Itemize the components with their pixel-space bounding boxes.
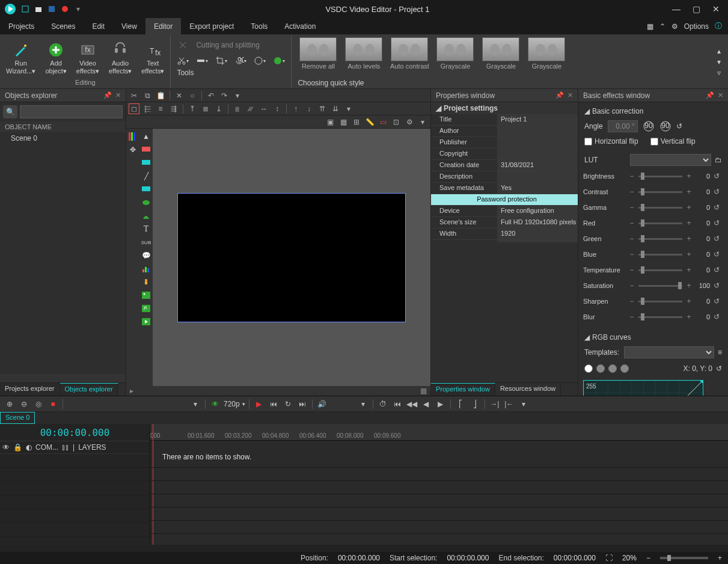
minus-icon[interactable]: − [629,313,635,321]
tab-objects-explorer[interactable]: Objects explorer [60,383,118,396]
snap1-icon[interactable]: ▣ [325,117,335,127]
tab-projects-explorer[interactable]: Projects explorer [0,383,60,396]
undo-icon[interactable]: ↶ [206,90,216,101]
reset-icon[interactable]: ↺ [714,172,723,180]
text-effects-button[interactable]: Tfx Text effects▾ [139,40,167,75]
rgb-reset-icon[interactable]: ↺ [716,364,722,373]
templates-menu-icon[interactable]: ≡ [718,348,722,357]
up-icon[interactable]: ↑ [290,103,301,114]
tl-loop-icon[interactable]: ↻ [282,398,294,410]
plus-icon[interactable]: + [686,297,692,305]
same-h-icon[interactable]: ↕ [272,103,283,114]
paste-icon[interactable]: 📋 [155,90,166,101]
reset-icon[interactable]: ↺ [714,219,723,227]
animation-icon[interactable] [141,277,151,287]
frame-back-icon[interactable]: ◀ [420,398,432,410]
zoom-in-icon[interactable]: + [718,554,722,562]
menu-export[interactable]: Export project [181,18,242,35]
rgb-curve-canvas[interactable]: 255 128 [583,380,703,396]
plus-icon[interactable]: + [686,188,692,196]
back-icon[interactable]: ⇊ [330,103,341,114]
scene-tree-item[interactable]: Scene 0 [0,132,126,144]
dist-h-icon[interactable]: ⫼ [232,103,243,114]
audio-icon[interactable] [141,303,151,314]
project-settings-group[interactable]: ◢Project settings [431,102,578,114]
angle-reset-icon[interactable]: ↺ [676,122,682,130]
mark-in-icon[interactable]: ⎡ [454,398,466,410]
align-left-icon[interactable]: ⬱ [142,103,153,114]
align-center-icon[interactable]: ≡ [155,103,166,114]
rgb-channel-b[interactable] [620,364,629,373]
select-tool-icon[interactable]: ◻ [129,103,139,114]
crop-icon[interactable]: ▾ [215,55,227,67]
circle-icon[interactable]: ○ [187,90,198,101]
preview-res[interactable]: 720p [224,400,240,408]
expand-ribbon-icon[interactable]: ⌃ [659,22,665,31]
slider-blur[interactable]: Blur − + 0 ↺ [583,309,723,325]
menu-edit[interactable]: Edit [84,18,113,35]
rgb-curves-section[interactable]: ◢RGB curves [583,331,723,344]
password-protection-row[interactable]: Password protection [431,194,578,206]
preview-canvas[interactable] [153,129,430,386]
same-w-icon[interactable]: ↔ [258,103,269,114]
slider-red[interactable]: Red − + 0 ↺ [583,215,723,231]
prop-row[interactable]: DeviceFree configuration [431,206,578,217]
align-right-icon[interactable]: ⇶ [168,103,179,114]
menu-activation[interactable]: Activation [276,18,324,35]
scissors-icon[interactable]: ▾ [177,55,189,67]
tl-remove-icon[interactable]: ⊖ [18,398,30,410]
effects-close-icon[interactable]: ✕ [718,91,723,99]
minus-icon[interactable]: − [629,172,635,180]
minus-icon[interactable]: − [629,250,635,259]
minus-icon[interactable]: − [629,234,635,243]
slider-temperature[interactable]: Temperature − + 0 ↺ [583,262,723,278]
menu-tools[interactable]: Tools [242,18,276,35]
plus-icon[interactable]: + [686,219,692,227]
speed-icon[interactable]: ▾ [254,55,266,67]
properties-pin-icon[interactable]: 📌 [555,91,564,99]
options-link[interactable]: Options [684,22,709,31]
properties-close-icon[interactable]: ✕ [567,91,573,99]
down-icon[interactable]: ↓ [304,103,314,114]
text-tool-icon[interactable]: T [141,224,151,234]
slider-saturation[interactable]: Saturation − + 100 ↺ [583,278,723,293]
tl-next-icon[interactable]: ⏭ [296,398,308,410]
prop-row[interactable]: Publisher [431,137,578,149]
tab-properties[interactable]: Properties window [431,383,495,396]
tl-add-icon[interactable]: ⊕ [4,398,16,410]
reset-icon[interactable]: ↺ [714,313,723,321]
volume-icon[interactable]: 🔊 [316,398,328,410]
minus-icon[interactable]: − [629,281,635,290]
rect-cyan-icon[interactable] [141,158,151,168]
more-icon[interactable]: ▾ [343,103,354,114]
add-object-button[interactable]: Add object▾ [43,40,69,75]
minimize-button[interactable]: — [672,4,681,14]
style-thumb-1[interactable]: Auto levels [343,37,384,79]
plus-icon[interactable]: + [686,172,692,180]
timeline-scrollbar[interactable] [0,545,728,552]
flip-v-checkbox[interactable]: Vertical flip [650,137,696,146]
plus-icon[interactable]: + [686,313,692,321]
slider-sharpen[interactable]: Sharpen − + 0 ↺ [583,293,723,309]
reset-icon[interactable]: ↺ [714,297,723,305]
close-button[interactable]: ✕ [712,4,720,14]
rotate-ccw-icon[interactable]: 90 [643,120,655,132]
fill-rect-icon[interactable] [141,184,151,195]
qat-record-icon[interactable] [60,4,70,14]
style-thumb-4[interactable]: Grayscale [480,37,521,79]
tab-resources[interactable]: Resources window [495,383,561,396]
tl-dropdown-icon[interactable]: ▾ [189,398,201,410]
play-button[interactable]: ▶ [253,398,265,410]
plus-icon[interactable]: + [686,234,692,243]
prop-row[interactable]: Description [431,171,578,183]
slider-track[interactable] [638,254,682,256]
minus-icon[interactable]: − [629,297,635,305]
rgb-channel-all[interactable] [584,364,593,373]
guides-icon[interactable]: ⊡ [391,117,402,127]
audio-effects-button[interactable]: Audio effects▾ [106,40,134,75]
ruler-icon[interactable]: 📏 [364,117,375,127]
slider-track[interactable] [638,301,682,302]
tl-circles-icon[interactable]: ◎ [32,398,44,410]
video-icon[interactable] [141,316,151,327]
colorstrip-icon[interactable] [127,131,138,142]
